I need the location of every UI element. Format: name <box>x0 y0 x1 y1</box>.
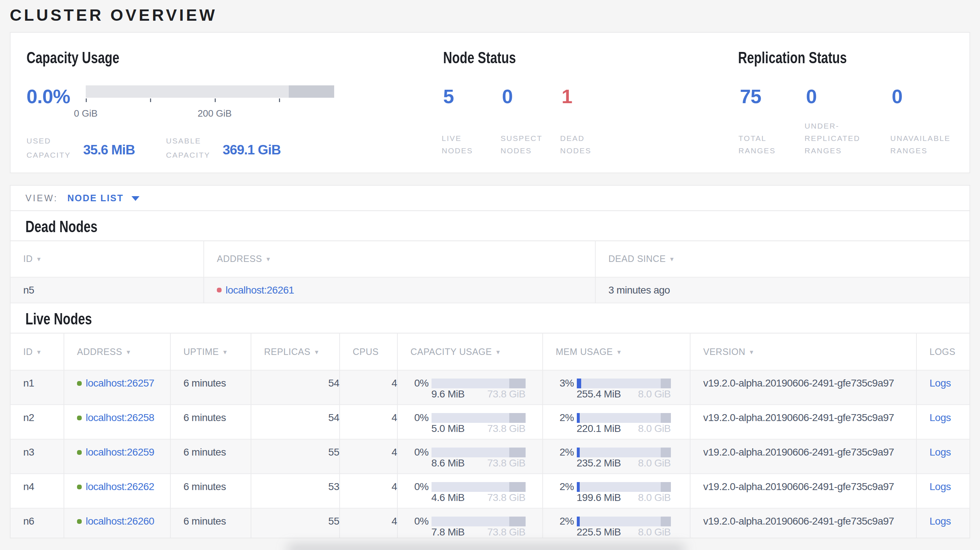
live-node-mem-cell: 2%225.5 MiB8.0 GiB <box>542 508 690 538</box>
usage-bar-tail <box>509 482 526 492</box>
live-col-mem[interactable]: MEM USAGE▼ <box>542 333 690 370</box>
live-nodes-header-row: ID▼ ADDRESS▼ UPTIME▼ REPLICAS▼ CPUS CAPA… <box>11 333 969 370</box>
live-status-icon <box>77 450 82 455</box>
usage-bar-tail <box>509 413 526 423</box>
live-node-capacity-cell: 0%9.6 MiB73.8 GiB <box>398 370 542 405</box>
usage-bar-tail <box>661 517 671 526</box>
column-label: VERSION <box>703 347 745 357</box>
live-node-id: n6 <box>11 508 64 538</box>
live-col-address[interactable]: ADDRESS▼ <box>64 333 170 370</box>
dead-node-id: n5 <box>11 277 204 303</box>
axis-tick-label: 0 GiB <box>74 108 97 119</box>
sort-desc-icon: ▼ <box>125 349 131 356</box>
logs-link[interactable]: Logs <box>929 412 951 423</box>
suspect-nodes-metric: 0 SUSPECT NODES <box>501 33 560 173</box>
usage-used-value: 7.8 MiB <box>431 526 465 538</box>
usage-total-value: 73.8 GiB <box>487 492 526 504</box>
usage-bar-line: 0% <box>410 447 542 458</box>
live-node-logs-cell: Logs <box>916 508 969 538</box>
dead-col-address[interactable]: ADDRESS▼ <box>204 241 595 277</box>
dead-nodes-label: DEAD NODES <box>560 132 591 157</box>
view-dropdown[interactable]: NODE LIST <box>67 193 124 203</box>
column-label: DEAD SINCE <box>608 254 666 264</box>
divider <box>11 210 969 211</box>
live-node-address-link[interactable]: localhost:26258 <box>86 412 154 423</box>
logs-link[interactable]: Logs <box>929 447 951 458</box>
chevron-down-icon[interactable] <box>132 196 140 201</box>
unavailable-ranges-label: UNAVAILABLE RANGES <box>890 132 951 157</box>
view-selector-row: VIEW: NODE LIST <box>11 186 969 210</box>
usage-bar-used <box>577 378 581 388</box>
usage-percent: 0% <box>410 481 429 493</box>
sort-desc-icon: ▼ <box>265 256 271 263</box>
live-node-uptime: 6 minutes <box>170 405 251 439</box>
dead-node-row: n5 localhost:26261 3 minutes ago <box>11 277 969 303</box>
live-node-row: n6 localhost:26260 6 minutes 55 4 0%7.8 … <box>11 508 969 538</box>
live-nodes-table: ID▼ ADDRESS▼ UPTIME▼ REPLICAS▼ CPUS CAPA… <box>11 333 969 538</box>
live-col-replicas[interactable]: REPLICAS▼ <box>251 333 340 370</box>
live-status-icon <box>77 381 82 386</box>
live-node-capacity-cell: 0%8.6 MiB73.8 GiB <box>398 439 542 474</box>
usage-total-value: 8.0 GiB <box>638 492 671 504</box>
live-node-address-link[interactable]: localhost:26260 <box>86 515 154 527</box>
usage-total-value: 8.0 GiB <box>638 388 671 400</box>
capacity-bar-tick-labels: 0 GiB200 GiB <box>86 108 334 119</box>
sort-desc-icon: ▼ <box>36 349 42 356</box>
usage-percent: 2% <box>556 481 574 493</box>
usage-total-value: 73.8 GiB <box>487 526 526 538</box>
live-node-id: n3 <box>11 439 64 474</box>
usage-bar-tail <box>509 378 526 388</box>
usage-percent: 0% <box>410 412 429 424</box>
mem-usage-bar: 2%220.1 MiB8.0 GiB <box>556 412 690 434</box>
live-node-row: n4 localhost:26262 6 minutes 53 4 0%4.6 … <box>11 474 969 508</box>
live-node-address-cell: localhost:26258 <box>64 405 170 439</box>
dead-status-icon <box>217 288 221 292</box>
capacity-usage-bar: 0%5.0 MiB73.8 GiB <box>410 412 542 434</box>
dead-node-address-link[interactable]: localhost:26261 <box>226 285 294 296</box>
under-replicated-ranges-label: UNDER- REPLICATED RANGES <box>805 120 860 157</box>
logs-link[interactable]: Logs <box>929 515 951 527</box>
capacity-usage-title: Capacity Usage <box>27 49 119 67</box>
usage-bar-line: 0% <box>410 481 542 493</box>
usage-values-line: 4.6 MiB73.8 GiB <box>431 492 526 504</box>
live-node-cpus: 4 <box>340 474 398 508</box>
live-node-replicas: 55 <box>251 439 340 474</box>
logs-link[interactable]: Logs <box>929 377 951 389</box>
capacity-usage-section: Capacity Usage 0.0% 0 GiB200 GiB USED CA… <box>27 33 433 173</box>
live-node-address-link[interactable]: localhost:26262 <box>86 481 154 492</box>
usage-total-value: 8.0 GiB <box>638 423 671 434</box>
axis-tick-label: 200 GiB <box>197 108 232 119</box>
live-status-icon <box>77 485 82 490</box>
capacity-usage-bar: 0%7.8 MiB73.8 GiB <box>410 515 542 538</box>
sort-desc-icon: ▼ <box>222 349 228 356</box>
view-label: VIEW: <box>25 193 58 203</box>
live-node-mem-cell: 2%199.6 MiB8.0 GiB <box>542 474 690 508</box>
capacity-bar-chart: 0 GiB200 GiB <box>86 85 334 119</box>
horizontal-scrollbar-thumb[interactable] <box>287 546 685 550</box>
logs-link[interactable]: Logs <box>929 481 951 492</box>
live-node-address-link[interactable]: localhost:26259 <box>86 447 154 458</box>
usage-used-value: 5.0 MiB <box>431 423 465 434</box>
live-node-uptime: 6 minutes <box>170 474 251 508</box>
dead-col-dead-since[interactable]: DEAD SINCE▼ <box>595 241 969 277</box>
column-label: ID <box>23 254 33 264</box>
usage-total-value: 73.8 GiB <box>487 457 526 469</box>
live-col-version[interactable]: VERSION▼ <box>690 333 916 370</box>
usage-percent: 2% <box>556 412 574 424</box>
usage-used-value: 8.6 MiB <box>431 457 465 469</box>
column-label: MEM USAGE <box>556 347 613 357</box>
live-col-capacity[interactable]: CAPACITY USAGE▼ <box>398 333 542 370</box>
axis-tick <box>279 99 280 102</box>
live-col-uptime[interactable]: UPTIME▼ <box>170 333 251 370</box>
live-col-cpus[interactable]: CPUS <box>340 333 398 370</box>
usage-bar-tail <box>661 448 671 457</box>
live-node-address-link[interactable]: localhost:26257 <box>86 377 154 389</box>
usage-bar-track <box>577 448 671 457</box>
usage-bar-track <box>431 413 526 423</box>
used-capacity-value: 35.6 MiB <box>83 143 135 157</box>
dead-col-id[interactable]: ID▼ <box>11 241 204 277</box>
usage-bar-used <box>577 448 580 457</box>
unavailable-ranges-metric: 0 UNAVAILABLE RANGES <box>890 33 959 173</box>
column-label: ADDRESS <box>77 347 122 357</box>
live-col-id[interactable]: ID▼ <box>11 333 64 370</box>
